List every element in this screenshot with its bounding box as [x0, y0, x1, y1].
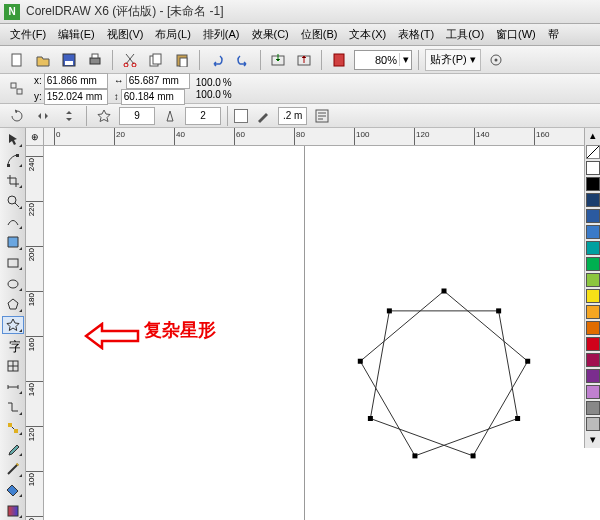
color-swatch[interactable] — [586, 353, 600, 367]
snap-to-button[interactable]: 贴齐(P)▾ — [425, 49, 481, 71]
vertical-ruler[interactable]: 24022020018016014012010080 — [26, 146, 44, 520]
color-swatch[interactable] — [586, 225, 600, 239]
import-button[interactable] — [267, 49, 289, 71]
shape-tool[interactable] — [2, 151, 24, 170]
menu-file[interactable]: 文件(F) — [4, 25, 52, 44]
connector-tool[interactable] — [2, 398, 24, 417]
svg-line-38 — [587, 146, 599, 158]
zoom-level[interactable]: ▾ — [354, 50, 412, 70]
color-swatch[interactable] — [586, 193, 600, 207]
export-button[interactable] — [293, 49, 315, 71]
color-swatch[interactable] — [586, 257, 600, 271]
crop-tool[interactable] — [2, 171, 24, 190]
rectangle-tool[interactable] — [2, 254, 24, 273]
menu-help[interactable]: 帮 — [542, 25, 565, 44]
round-corners-checkbox[interactable] — [234, 109, 248, 123]
menu-effects[interactable]: 效果(C) — [246, 25, 295, 44]
wrap-text-button[interactable] — [311, 105, 333, 127]
palette-scroll-down[interactable]: ▾ — [586, 433, 600, 447]
canvas[interactable]: 复杂星形 — [44, 146, 600, 520]
color-swatch[interactable] — [586, 385, 600, 399]
y-input[interactable] — [44, 89, 108, 105]
separator — [86, 106, 87, 126]
menu-text[interactable]: 文本(X) — [343, 25, 392, 44]
y-label: y: — [34, 91, 42, 103]
menu-layout[interactable]: 布局(L) — [149, 25, 196, 44]
dimension-tool[interactable] — [2, 378, 24, 397]
color-swatch[interactable] — [586, 289, 600, 303]
no-color-swatch[interactable] — [586, 145, 600, 159]
svg-rect-27 — [14, 429, 18, 433]
complex-star-shape[interactable] — [344, 276, 544, 476]
points-input[interactable] — [119, 107, 155, 125]
menu-window[interactable]: 窗口(W) — [490, 25, 542, 44]
interactive-tool[interactable] — [2, 419, 24, 438]
menu-arrange[interactable]: 排列(A) — [197, 25, 246, 44]
fill-tool[interactable] — [2, 481, 24, 500]
app-icon: N — [4, 4, 20, 20]
zoom-dropdown-icon[interactable]: ▾ — [399, 53, 411, 66]
mirror-v-button[interactable] — [58, 105, 80, 127]
text-tool[interactable]: 字 — [2, 336, 24, 355]
shape-property-bar: .2 m — [0, 104, 600, 128]
publish-pdf-button[interactable] — [328, 49, 350, 71]
annotation-arrow-icon — [84, 322, 140, 350]
palette-scroll-up[interactable]: ▴ — [586, 129, 600, 143]
height-icon: ↕ — [114, 91, 119, 103]
menu-tools[interactable]: 工具(O) — [440, 25, 490, 44]
x-input[interactable] — [44, 73, 108, 89]
separator — [321, 50, 322, 70]
undo-button[interactable] — [206, 49, 228, 71]
save-button[interactable] — [58, 49, 80, 71]
svg-rect-0 — [12, 54, 21, 66]
outline-tool[interactable] — [2, 460, 24, 479]
color-swatch[interactable] — [586, 369, 600, 383]
table-tool[interactable] — [2, 357, 24, 376]
svg-point-23 — [8, 280, 18, 288]
outline-width-dropdown[interactable]: .2 m — [278, 107, 307, 125]
color-swatch[interactable] — [586, 177, 600, 191]
zoom-input[interactable] — [355, 51, 399, 69]
cut-button[interactable] — [119, 49, 141, 71]
sharpness-input[interactable] — [185, 107, 221, 125]
color-swatch[interactable] — [586, 401, 600, 415]
color-swatch[interactable] — [586, 209, 600, 223]
options-button[interactable] — [485, 49, 507, 71]
separator — [227, 106, 228, 126]
open-button[interactable] — [32, 49, 54, 71]
svg-rect-29 — [442, 289, 447, 294]
height-input[interactable] — [121, 89, 185, 105]
menu-bitmap[interactable]: 位图(B) — [295, 25, 344, 44]
horizontal-ruler[interactable]: 020406080100120140160180 — [44, 128, 600, 146]
object-position-icon — [6, 78, 28, 100]
copy-button[interactable] — [145, 49, 167, 71]
separator — [112, 50, 113, 70]
color-swatch[interactable] — [586, 321, 600, 335]
print-button[interactable] — [84, 49, 106, 71]
ruler-origin[interactable]: ⊕ — [26, 128, 44, 146]
separator — [418, 50, 419, 70]
color-swatch[interactable] — [586, 161, 600, 175]
new-button[interactable] — [6, 49, 28, 71]
color-swatch[interactable] — [586, 417, 600, 431]
ellipse-tool[interactable] — [2, 274, 24, 293]
menu-edit[interactable]: 编辑(E) — [52, 25, 101, 44]
width-input[interactable] — [126, 73, 190, 89]
menu-view[interactable]: 视图(V) — [101, 25, 150, 44]
complex-star-tool[interactable] — [2, 316, 24, 335]
color-swatch[interactable] — [586, 305, 600, 319]
color-swatch[interactable] — [586, 273, 600, 287]
zoom-tool[interactable] — [2, 192, 24, 211]
color-swatch[interactable] — [586, 241, 600, 255]
mirror-h-button[interactable] — [32, 105, 54, 127]
eyedropper-tool[interactable] — [2, 439, 24, 458]
redo-button[interactable] — [232, 49, 254, 71]
color-swatch[interactable] — [586, 337, 600, 351]
paste-button[interactable] — [171, 49, 193, 71]
freehand-tool[interactable] — [2, 213, 24, 232]
smart-fill-tool[interactable] — [2, 233, 24, 252]
polygon-tool[interactable] — [2, 295, 24, 314]
pick-tool[interactable] — [2, 130, 24, 149]
interactive-fill-tool[interactable] — [2, 501, 24, 520]
menu-table[interactable]: 表格(T) — [392, 25, 440, 44]
